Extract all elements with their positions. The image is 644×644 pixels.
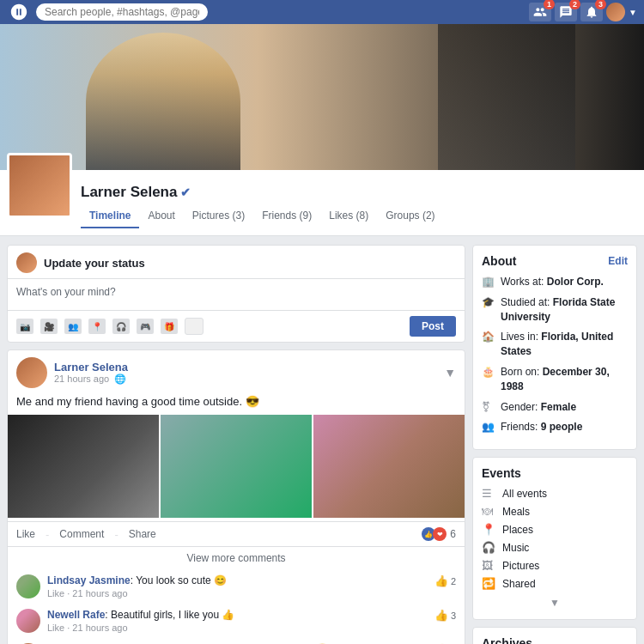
post-images <box>8 415 465 518</box>
post-image-1[interactable] <box>8 415 159 518</box>
post-author-name[interactable]: Larner Selena <box>54 361 437 374</box>
status-header: Update your status <box>8 246 465 279</box>
about-title: About Edit <box>482 254 628 268</box>
tab-about[interactable]: About <box>139 204 183 228</box>
about-born-row: 🎂 Born on: December 30, 1988 <box>482 365 628 394</box>
comment-time-2: 21 hours ago <box>72 623 127 633</box>
profile-info-bar: Larner Selena ✔ Timeline About Pictures … <box>0 170 644 236</box>
tab-friends[interactable]: Friends (9) <box>253 204 320 228</box>
about-edit-button[interactable]: Edit <box>608 255 628 267</box>
all-events-icon: ☰ <box>482 487 495 500</box>
post-text: Me and my friend having a good time outs… <box>8 392 465 415</box>
tab-groups[interactable]: Groups (2) <box>377 204 443 228</box>
comment-meta-1: Like · 21 hours ago <box>47 588 428 598</box>
status-input[interactable]: What's on your mind? <box>8 279 465 310</box>
friend-requests-button[interactable]: 1 <box>529 3 551 21</box>
tab-pictures[interactable]: Pictures (3) <box>184 204 253 228</box>
music-icon: 🎧 <box>482 541 495 554</box>
comment-like-count-1: 👍 2 <box>434 574 456 587</box>
comment-like-count-2: 👍 3 <box>434 609 456 622</box>
navbar-right: 1 2 3 ▼ <box>529 3 637 21</box>
comment-time-1: 21 hours ago <box>72 588 127 598</box>
main-layout: Update your status What's on your mind? … <box>0 236 644 644</box>
comment-meta-2: Like · 21 hours ago <box>47 623 428 633</box>
comment-content-2: Beautiful girls, I like you 👍 <box>111 609 234 621</box>
alerts-button[interactable]: 3 <box>580 3 603 21</box>
studied-icon: 🎓 <box>482 296 494 308</box>
places-icon: 📍 <box>482 523 495 536</box>
gender-icon: ⚧ <box>482 401 494 413</box>
born-icon: 🎂 <box>482 366 494 378</box>
profile-name: Larner Selena ✔ <box>81 184 592 201</box>
messages-button[interactable]: 2 <box>555 3 577 21</box>
archives-card: Archives All time October - 2015 <box>472 627 637 644</box>
friend-requests-badge: 1 <box>544 0 555 9</box>
share-action[interactable]: Share <box>129 528 156 540</box>
events-expand-arrow[interactable]: ▼ <box>482 595 628 611</box>
about-works-text: Works at: Dolor Corp. <box>501 275 604 289</box>
about-lives-text: Lives in: Florida, United States <box>501 330 628 359</box>
post-likes-row: 👍 ❤ 6 <box>422 527 456 541</box>
post-actions: Like - Comment - Share 👍 ❤ 6 <box>8 521 465 546</box>
navbar: 1 2 3 ▼ <box>0 0 644 24</box>
lives-icon: 🏠 <box>482 331 494 343</box>
right-column: About Edit 🏢 Works at: Dolor Corp. 🎓 Stu… <box>472 245 637 644</box>
tab-timeline[interactable]: Timeline <box>81 204 139 228</box>
post-header: Larner Selena 21 hours ago 🌐 ▼ <box>8 350 465 392</box>
tab-likes[interactable]: Likes (8) <box>320 204 377 228</box>
about-friends-text: Friends: 9 people <box>501 420 582 434</box>
people-tool-icon[interactable]: 👥 <box>64 319 82 334</box>
view-more-comments[interactable]: View more comments <box>8 546 465 569</box>
game-tool-icon[interactable]: 🎮 <box>137 319 154 334</box>
comment-action[interactable]: Comment <box>59 528 104 540</box>
post-options-icon[interactable] <box>185 318 204 335</box>
photo-tool-icon[interactable]: 📷 <box>16 319 33 334</box>
gift-tool-icon[interactable]: 🎁 <box>161 319 178 334</box>
event-all-events[interactable]: ☰ All events <box>482 487 628 500</box>
app-logo[interactable] <box>7 3 31 21</box>
profile-picture[interactable] <box>7 153 72 218</box>
comment-text-1: Lindsay Jasmine: You look so cute 😊 <box>47 574 428 586</box>
video-tool-icon[interactable]: 🎥 <box>40 319 58 334</box>
post-button[interactable]: Post <box>410 316 456 337</box>
event-pictures[interactable]: 🖼 Pictures <box>482 559 628 572</box>
about-gender-row: ⚧ Gender: Female <box>482 400 628 415</box>
post-image-2[interactable] <box>161 415 312 518</box>
user-avatar[interactable] <box>606 3 625 21</box>
post-meta: Larner Selena 21 hours ago 🌐 <box>54 361 437 385</box>
event-music[interactable]: 🎧 Music <box>482 541 628 554</box>
comment-action-2[interactable]: Like <box>47 623 64 633</box>
post-image-3[interactable] <box>313 415 465 518</box>
event-shared[interactable]: 🔁 Shared <box>482 577 628 590</box>
status-avatar <box>16 252 37 273</box>
event-meals[interactable]: 🍽 Meals <box>482 505 628 518</box>
comment-text-2: Newell Rafe: Beautiful girls, I like you… <box>47 609 428 621</box>
event-places[interactable]: 📍 Places <box>482 523 628 536</box>
comment-avatar-1 <box>16 574 40 598</box>
location-tool-icon[interactable]: 📍 <box>88 319 106 334</box>
archives-title: Archives <box>482 636 628 644</box>
post-expand-button[interactable]: ▼ <box>444 366 456 380</box>
search-input[interactable] <box>36 3 208 21</box>
about-card: About Edit 🏢 Works at: Dolor Corp. 🎓 Stu… <box>472 245 637 450</box>
nav-dropdown-arrow[interactable]: ▼ <box>629 8 637 17</box>
like-thumbs-group: 👍 ❤ <box>422 527 447 541</box>
comment-avatar-2 <box>16 609 40 633</box>
comment-author-2[interactable]: Newell Rafe <box>47 609 105 621</box>
status-label: Update your status <box>44 257 145 270</box>
messages-badge: 2 <box>569 0 580 9</box>
left-column: Update your status What's on your mind? … <box>7 245 465 644</box>
like-thumb-2: ❤ <box>433 527 447 541</box>
about-gender-text: Gender: Female <box>501 400 576 415</box>
profile-tabs: Timeline About Pictures (3) Friends (9) … <box>81 204 592 228</box>
comment-row: Larner Selena: Thanks for the kind words… <box>8 638 465 644</box>
events-title: Events <box>482 466 628 480</box>
like-action[interactable]: Like <box>16 528 35 540</box>
about-studied-row: 🎓 Studied at: Florida State University <box>482 295 628 325</box>
verified-icon: ✔ <box>180 185 191 199</box>
status-box: Update your status What's on your mind? … <box>7 245 465 343</box>
music-tool-icon[interactable]: 🎧 <box>112 319 130 334</box>
comment-author-1[interactable]: Lindsay Jasmine <box>47 574 131 586</box>
comment-action-1[interactable]: Like <box>47 588 64 598</box>
comment-body-2: Newell Rafe: Beautiful girls, I like you… <box>47 609 428 633</box>
